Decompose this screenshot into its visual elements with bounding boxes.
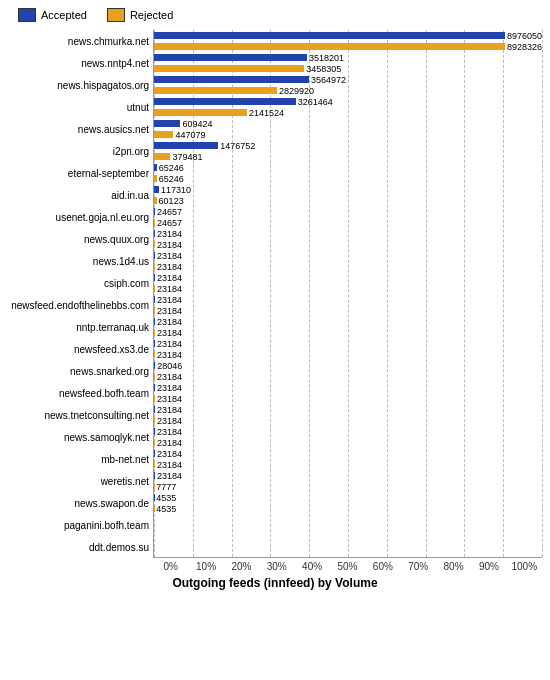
rejected-bar-row: 7777 bbox=[154, 482, 542, 492]
y-label: aid.in.ua bbox=[8, 184, 153, 206]
accepted-value-label: 28046 bbox=[157, 361, 182, 371]
legend-rejected: Rejected bbox=[107, 8, 173, 22]
accepted-bar-row: 23184 bbox=[154, 383, 542, 393]
rejected-bar-row: 8928326 bbox=[154, 42, 542, 52]
rejected-value-label: 23184 bbox=[157, 306, 182, 316]
accepted-bar bbox=[154, 384, 155, 391]
accepted-bar bbox=[154, 252, 155, 259]
rejected-value-label: 23184 bbox=[157, 350, 182, 360]
accepted-bar-row: 65246 bbox=[154, 163, 542, 173]
accepted-bar bbox=[154, 54, 307, 61]
bar-group: 2318423184 bbox=[154, 250, 542, 272]
accepted-bar bbox=[154, 362, 155, 369]
x-tick: 40% bbox=[294, 561, 329, 572]
accepted-bar-row: 23184 bbox=[154, 449, 542, 459]
accepted-bar bbox=[154, 230, 155, 237]
accepted-bar-row: 23184 bbox=[154, 471, 542, 481]
rejected-value-label: 447079 bbox=[175, 130, 205, 140]
rejected-bar-row: 23184 bbox=[154, 416, 542, 426]
y-label: newsfeed.endofthelinebbs.com bbox=[8, 294, 153, 316]
rejected-bar bbox=[154, 439, 155, 446]
x-axis: 0%10%20%30%40%50%60%70%80%90%100% bbox=[153, 561, 542, 572]
bar-group: 11731060123 bbox=[154, 184, 542, 206]
accepted-value-label: 3564972 bbox=[311, 75, 346, 85]
x-tick: 10% bbox=[188, 561, 223, 572]
accepted-value-label: 8976050 bbox=[507, 31, 542, 41]
x-tick: 30% bbox=[259, 561, 294, 572]
accepted-value-label: 23184 bbox=[157, 427, 182, 437]
accepted-bar bbox=[154, 450, 155, 457]
accepted-bar-row: 3564972 bbox=[154, 75, 542, 85]
rejected-bar bbox=[154, 131, 173, 138]
y-label: news.hispagatos.org bbox=[8, 74, 153, 96]
accepted-bar bbox=[154, 406, 155, 413]
rejected-bar-row: 4535 bbox=[154, 504, 542, 514]
bar-group: 89760508928326 bbox=[154, 30, 542, 52]
accepted-value-label: 23184 bbox=[157, 273, 182, 283]
bar-group bbox=[154, 536, 542, 558]
y-label: news.tnetconsulting.net bbox=[8, 404, 153, 426]
accepted-bar-row: 4535 bbox=[154, 493, 542, 503]
accepted-bar-row: 117310 bbox=[154, 185, 542, 195]
y-label: news.ausics.net bbox=[8, 118, 153, 140]
accepted-bar-row: 23184 bbox=[154, 273, 542, 283]
rejected-bar-row: 23184 bbox=[154, 438, 542, 448]
accepted-bar-row: 24657 bbox=[154, 207, 542, 217]
accepted-bar bbox=[154, 142, 218, 149]
accepted-bar bbox=[154, 274, 155, 281]
bar-group: 2318423184 bbox=[154, 294, 542, 316]
bar-group: 2465724657 bbox=[154, 206, 542, 228]
accepted-bar bbox=[154, 186, 159, 193]
rejected-bar bbox=[154, 153, 170, 160]
accepted-bar-row: 28046 bbox=[154, 361, 542, 371]
rejected-value-label: 23184 bbox=[157, 460, 182, 470]
y-label: eternal-september bbox=[8, 162, 153, 184]
bar-group: 2804623184 bbox=[154, 360, 542, 382]
rejected-value-label: 23184 bbox=[157, 372, 182, 382]
bar-group: 2318423184 bbox=[154, 316, 542, 338]
legend-rejected-box bbox=[107, 8, 125, 22]
accepted-value-label: 1476752 bbox=[220, 141, 255, 151]
bar-group: 35649722829920 bbox=[154, 74, 542, 96]
rejected-bar bbox=[154, 219, 155, 226]
rejected-bar-row: 447079 bbox=[154, 130, 542, 140]
rejected-bar-row: 23184 bbox=[154, 284, 542, 294]
rejected-bar-row: 2829920 bbox=[154, 86, 542, 96]
accepted-value-label: 3261464 bbox=[298, 97, 333, 107]
bar-group: 609424447079 bbox=[154, 118, 542, 140]
rejected-bar-row: 23184 bbox=[154, 262, 542, 272]
y-label: ddt.demos.su bbox=[8, 536, 153, 558]
y-label: nntp.terranaq.uk bbox=[8, 316, 153, 338]
rejected-bar bbox=[154, 197, 157, 204]
bar-group bbox=[154, 514, 542, 536]
rejected-bar bbox=[154, 461, 155, 468]
y-label: newsfeed.xs3.de bbox=[8, 338, 153, 360]
rejected-value-label: 23184 bbox=[157, 394, 182, 404]
x-tick: 80% bbox=[436, 561, 471, 572]
rejected-value-label: 23184 bbox=[157, 240, 182, 250]
bar-group: 45354535 bbox=[154, 492, 542, 514]
x-tick: 60% bbox=[365, 561, 400, 572]
y-label: weretis.net bbox=[8, 470, 153, 492]
bar-group: 1476752379481 bbox=[154, 140, 542, 162]
y-labels: news.chmurka.netnews.nntp4.netnews.hispa… bbox=[8, 30, 153, 558]
rejected-bar bbox=[154, 241, 155, 248]
rejected-bar-row: 23184 bbox=[154, 372, 542, 382]
rejected-bar bbox=[154, 43, 505, 50]
rejected-value-label: 3458305 bbox=[306, 64, 341, 74]
rejected-bar-row: 23184 bbox=[154, 460, 542, 470]
accepted-bar-row: 23184 bbox=[154, 251, 542, 261]
accepted-bar-row bbox=[154, 518, 542, 525]
accepted-value-label: 23184 bbox=[157, 383, 182, 393]
rejected-bar bbox=[154, 307, 155, 314]
y-label: i2pn.org bbox=[8, 140, 153, 162]
rejected-value-label: 379481 bbox=[172, 152, 202, 162]
rejected-value-label: 23184 bbox=[157, 284, 182, 294]
rejected-bar bbox=[154, 395, 155, 402]
rejected-bar bbox=[154, 329, 155, 336]
rejected-bar-row: 24657 bbox=[154, 218, 542, 228]
accepted-bar-row: 23184 bbox=[154, 405, 542, 415]
x-tick: 50% bbox=[330, 561, 365, 572]
rejected-bar-row: 3458305 bbox=[154, 64, 542, 74]
rejected-value-label: 23184 bbox=[157, 438, 182, 448]
